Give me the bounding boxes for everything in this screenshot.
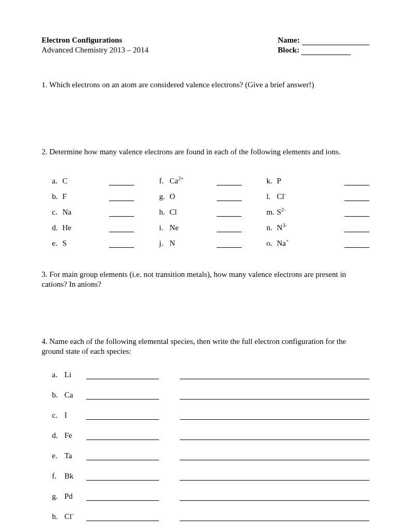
element-symbol: Pd — [64, 492, 86, 501]
name-blank[interactable] — [302, 38, 369, 45]
answer-blank[interactable] — [109, 225, 134, 232]
q2-item: k.P — [267, 170, 369, 185]
q2-item: j.N — [159, 232, 262, 248]
element-symbol: I — [64, 411, 86, 420]
question-4: 4. Name each of the following elemental … — [42, 337, 369, 533]
configuration-blank[interactable] — [180, 372, 369, 379]
configuration-blank[interactable] — [180, 433, 369, 440]
answer-blank[interactable] — [217, 194, 242, 201]
charge-superscript: - — [284, 191, 286, 197]
q4-item: e.Ta — [52, 451, 369, 460]
q2-column: f.Ca2+g.Oh.Cli.Nej.N — [159, 170, 262, 248]
item-letter: b. — [52, 192, 62, 201]
item-letter: k. — [267, 177, 277, 185]
charge-superscript: 3- — [283, 222, 287, 228]
answer-blank[interactable] — [344, 225, 369, 232]
charge-superscript: + — [286, 238, 289, 244]
answer-blank[interactable] — [217, 178, 242, 185]
answer-blank[interactable] — [344, 209, 369, 217]
q2-column: k.Pl.Cl-m.S2-n.N3-o.Na+ — [267, 170, 369, 248]
name-blank[interactable] — [86, 473, 159, 481]
name-blank[interactable] — [86, 494, 159, 501]
q2-item: b.F — [52, 185, 155, 201]
header-left: Electron Configurations Advanced Chemist… — [42, 35, 149, 55]
name-blank[interactable] — [86, 433, 159, 440]
question-2: 2. Determine how many valence electrons … — [42, 147, 369, 248]
name-blank[interactable] — [86, 514, 159, 521]
worksheet-title: Electron Configurations — [42, 35, 149, 45]
answer-blank[interactable] — [344, 194, 369, 201]
element-symbol: C — [62, 177, 109, 185]
q4-item: d.Fe — [52, 431, 369, 440]
configuration-blank[interactable] — [180, 453, 369, 460]
name-line: Name: — [278, 35, 369, 45]
course-line: Advanced Chemistry 2013 – 2014 — [42, 45, 149, 55]
worksheet-page: Electron Configurations Advanced Chemist… — [0, 0, 411, 532]
q3-text: 3. For main group elements (i.e. not tra… — [42, 270, 369, 290]
q2-column: a.Cb.Fc.Nad.Hee.S — [52, 170, 155, 248]
item-letter: a. — [52, 177, 62, 185]
item-letter: n. — [267, 223, 277, 232]
element-symbol: Fe — [64, 431, 86, 440]
element-symbol: N — [169, 239, 216, 248]
configuration-blank[interactable] — [180, 494, 369, 501]
charge-superscript: - — [72, 511, 73, 517]
answer-blank[interactable] — [217, 209, 242, 217]
q4-item: g.Pd — [52, 492, 369, 501]
element-symbol: Ta — [64, 451, 86, 460]
name-blank[interactable] — [86, 453, 159, 460]
answer-blank[interactable] — [217, 241, 242, 248]
name-blank[interactable] — [86, 372, 159, 379]
item-letter: l. — [267, 192, 277, 201]
name-blank[interactable] — [86, 413, 159, 420]
answer-blank[interactable] — [217, 225, 242, 232]
item-letter: h. — [52, 512, 64, 521]
configuration-blank[interactable] — [180, 413, 369, 420]
element-symbol: S — [62, 239, 109, 248]
element-symbol: He — [62, 223, 109, 232]
q2-item: g.O — [159, 185, 262, 201]
q2-item: l.Cl- — [267, 185, 369, 201]
element-symbol: Na+ — [277, 239, 344, 248]
element-symbol: Na — [62, 208, 109, 217]
item-letter: g. — [52, 492, 64, 501]
name-blank[interactable] — [86, 392, 159, 400]
header-right: Name: Block: — [278, 35, 369, 55]
answer-blank[interactable] — [109, 178, 134, 185]
configuration-blank[interactable] — [180, 392, 369, 400]
block-label: Block: — [278, 45, 300, 55]
answer-blank[interactable] — [109, 241, 134, 248]
q2-item: c.Na — [52, 201, 155, 217]
name-label: Name: — [278, 35, 300, 45]
answer-blank[interactable] — [344, 178, 369, 185]
element-symbol: Cl- — [277, 192, 344, 201]
q2-grid: a.Cb.Fc.Nad.Hee.Sf.Ca2+g.Oh.Cli.Nej.Nk.P… — [42, 170, 369, 248]
item-letter: g. — [159, 192, 169, 201]
element-symbol: P — [277, 177, 344, 185]
item-letter: a. — [52, 370, 64, 379]
answer-blank[interactable] — [344, 241, 369, 248]
q4-item: b.Ca — [52, 391, 369, 400]
element-symbol: Ca2+ — [169, 177, 216, 185]
q2-item: a.C — [52, 170, 155, 185]
element-symbol: Cl- — [64, 512, 86, 521]
charge-superscript: 2+ — [178, 176, 184, 181]
answer-blank[interactable] — [109, 209, 134, 217]
configuration-blank[interactable] — [180, 473, 369, 481]
configuration-blank[interactable] — [180, 514, 369, 521]
element-symbol: F — [62, 192, 109, 201]
header-row: Electron Configurations Advanced Chemist… — [42, 35, 369, 55]
q1-text: 1. Which electrons on an atom are consid… — [42, 80, 369, 90]
block-line: Block: — [278, 45, 369, 55]
q2-item: d.He — [52, 217, 155, 232]
q2-item: i.Ne — [159, 217, 262, 232]
item-letter: h. — [159, 208, 169, 217]
q4-item: f.Bk — [52, 472, 369, 481]
element-symbol: Ne — [169, 223, 216, 232]
item-letter: b. — [52, 391, 64, 400]
element-symbol: N3- — [277, 223, 344, 232]
answer-blank[interactable] — [109, 194, 134, 201]
charge-superscript: 2- — [281, 207, 285, 212]
q4-text: 4. Name each of the following elemental … — [42, 337, 369, 357]
block-blank[interactable] — [301, 48, 351, 55]
